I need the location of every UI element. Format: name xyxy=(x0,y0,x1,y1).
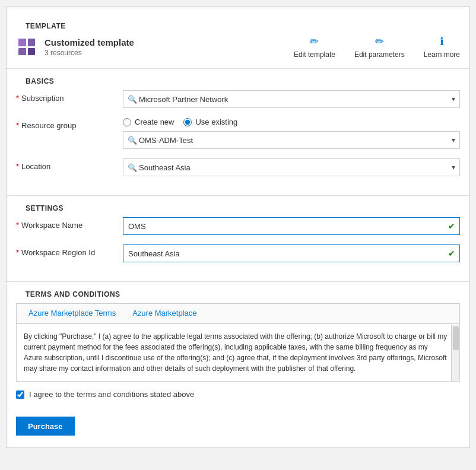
terms-section-header: TERMS AND CONDITIONS xyxy=(16,282,460,303)
basics-section-header: BASICS xyxy=(16,69,460,90)
resource-group-label: *Resource group xyxy=(16,118,123,130)
template-section-header: TEMPLATE xyxy=(16,14,460,35)
template-icon xyxy=(16,36,37,58)
terms-tabs: Azure Marketplace Terms Azure Marketplac… xyxy=(17,304,459,324)
settings-section-header: SETTINGS xyxy=(16,196,460,217)
location-row: *Location 🔍 Southeast Asia ▾ xyxy=(16,158,460,176)
main-container: TEMPLATE Customized template 3 resources… xyxy=(6,6,470,448)
workspace-region-control: ✔ xyxy=(123,244,460,262)
subscription-required: * xyxy=(16,94,19,103)
resource-group-radio-group: Create new Use existing xyxy=(123,118,460,126)
location-dropdown-wrapper: 🔍 Southeast Asia ▾ xyxy=(123,158,460,176)
terms-tab-azure[interactable]: Azure Marketplace xyxy=(125,304,204,323)
workspace-region-valid-icon: ✔ xyxy=(448,249,455,258)
location-required: * xyxy=(16,162,19,171)
workspace-region-label: *Workspace Region Id xyxy=(16,244,123,257)
learn-more-action[interactable]: ℹ Learn more xyxy=(424,35,460,59)
create-new-option[interactable]: Create new xyxy=(123,118,174,126)
workspace-name-label: *Workspace Name xyxy=(16,217,123,230)
location-label: *Location xyxy=(16,158,123,171)
edit-parameters-action[interactable]: ✏ Edit parameters xyxy=(354,35,405,59)
workspace-name-required: * xyxy=(16,221,19,230)
info-icon: ℹ xyxy=(440,35,444,48)
subscription-label: *Subscription xyxy=(16,90,123,103)
edit-parameters-icon: ✏ xyxy=(375,35,384,48)
terms-section: TERMS AND CONDITIONS Azure Marketplace T… xyxy=(7,282,469,408)
workspace-name-valid-icon: ✔ xyxy=(448,221,455,231)
resource-group-search-icon: 🔍 xyxy=(128,136,137,145)
subscription-search-icon: 🔍 xyxy=(128,95,137,104)
template-title: Customized template xyxy=(45,37,134,47)
terms-tab-marketplace[interactable]: Azure Marketplace Terms xyxy=(21,304,123,323)
icon-sq-1 xyxy=(18,39,26,46)
location-select[interactable]: Southeast Asia xyxy=(123,158,460,176)
basics-section: BASICS *Subscription 🔍 Microsoft Partner… xyxy=(7,69,469,196)
location-search-icon: 🔍 xyxy=(128,163,137,172)
use-existing-radio[interactable] xyxy=(183,118,192,126)
workspace-name-input[interactable] xyxy=(123,217,460,235)
workspace-region-input-wrapper: ✔ xyxy=(123,244,460,262)
location-control: 🔍 Southeast Asia ▾ xyxy=(123,158,460,176)
use-existing-label: Use existing xyxy=(195,118,237,126)
resource-group-select[interactable]: OMS-ADM-Test xyxy=(123,131,460,149)
create-new-label: Create new xyxy=(135,118,174,126)
subscription-control: 🔍 Microsoft Partner Network ▾ xyxy=(123,90,460,108)
template-info: Customized template 3 resources xyxy=(45,37,134,57)
resource-group-row: *Resource group Create new Use existing … xyxy=(16,118,460,149)
edit-template-action[interactable]: ✏ Edit template xyxy=(294,35,335,59)
agree-checkbox[interactable] xyxy=(16,390,24,399)
icon-sq-2 xyxy=(28,39,36,46)
template-top: Customized template 3 resources ✏ Edit t… xyxy=(16,35,460,59)
purchase-button[interactable]: Purchase xyxy=(16,417,75,436)
template-actions: ✏ Edit template ✏ Edit parameters ℹ Lear… xyxy=(294,35,460,59)
resource-group-dropdown-wrapper: 🔍 OMS-ADM-Test ▾ xyxy=(123,131,460,149)
template-left: Customized template 3 resources xyxy=(16,36,134,58)
workspace-region-input[interactable] xyxy=(123,244,460,262)
settings-section: SETTINGS *Workspace Name ✔ *Workspace Re… xyxy=(7,196,469,282)
subscription-dropdown-wrapper: 🔍 Microsoft Partner Network ▾ xyxy=(123,90,460,108)
agree-row: I agree to the terms and conditions stat… xyxy=(16,390,460,399)
icon-sq-3 xyxy=(18,48,26,56)
workspace-name-input-wrapper: ✔ xyxy=(123,217,460,235)
icon-sq-4 xyxy=(28,48,36,56)
use-existing-option[interactable]: Use existing xyxy=(183,118,237,126)
terms-content: By clicking "Purchase," I (a) agree to t… xyxy=(17,324,459,381)
subscription-select[interactable]: Microsoft Partner Network xyxy=(123,90,460,108)
workspace-region-required: * xyxy=(16,248,19,257)
edit-template-icon: ✏ xyxy=(310,35,319,48)
template-section: TEMPLATE Customized template 3 resources… xyxy=(7,7,469,69)
agree-label: I agree to the terms and conditions stat… xyxy=(29,390,194,399)
resource-group-required: * xyxy=(16,121,19,130)
edit-template-label: Edit template xyxy=(294,50,335,59)
workspace-name-row: *Workspace Name ✔ xyxy=(16,217,460,235)
resource-group-control: Create new Use existing 🔍 OMS-ADM-Test ▾ xyxy=(123,118,460,149)
template-subtitle: 3 resources xyxy=(45,49,134,57)
learn-more-label: Learn more xyxy=(424,50,460,59)
workspace-name-control: ✔ xyxy=(123,217,460,235)
create-new-radio[interactable] xyxy=(123,118,131,126)
terms-scrollbar[interactable] xyxy=(451,325,459,381)
workspace-region-row: *Workspace Region Id ✔ xyxy=(16,244,460,262)
terms-box: Azure Marketplace Terms Azure Marketplac… xyxy=(16,303,460,382)
purchase-row: Purchase xyxy=(7,408,469,436)
subscription-row: *Subscription 🔍 Microsoft Partner Networ… xyxy=(16,90,460,108)
terms-scrollbar-thumb xyxy=(453,326,459,350)
edit-parameters-label: Edit parameters xyxy=(354,50,405,59)
